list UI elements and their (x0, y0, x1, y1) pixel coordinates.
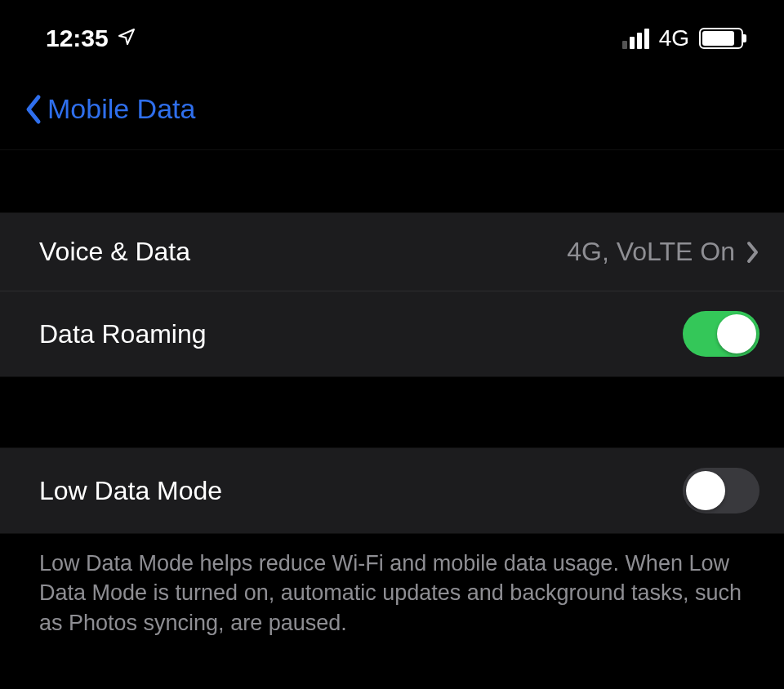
chevron-left-icon (23, 94, 42, 125)
low-data-mode-toggle[interactable] (683, 468, 760, 513)
section-gap (0, 376, 784, 448)
data-roaming-toggle[interactable] (683, 311, 760, 357)
signal-icon (622, 29, 649, 49)
section-gap (0, 149, 784, 213)
row-label: Voice & Data (39, 237, 190, 267)
row-label: Low Data Mode (39, 476, 222, 506)
settings-list-2: Low Data Mode (0, 448, 784, 533)
row-voice-data[interactable]: Voice & Data 4G, VoLTE On (0, 213, 784, 291)
back-label: Mobile Data (47, 93, 195, 125)
settings-list-1: Voice & Data 4G, VoLTE On Data Roaming (0, 213, 784, 376)
footer-description: Low Data Mode helps reduce Wi-Fi and mob… (0, 533, 784, 652)
chevron-right-icon (746, 241, 760, 264)
network-label: 4G (659, 25, 689, 51)
status-bar: 12:35 4G (0, 0, 784, 69)
location-icon (117, 24, 136, 52)
status-time: 12:35 (46, 24, 109, 52)
battery-icon (699, 28, 743, 49)
nav-bar: Mobile Data (0, 69, 784, 149)
row-value: 4G, VoLTE On (567, 237, 735, 267)
row-low-data-mode: Low Data Mode (0, 448, 784, 533)
row-data-roaming: Data Roaming (0, 291, 784, 376)
row-label: Data Roaming (39, 319, 207, 349)
back-button[interactable]: Mobile Data (23, 93, 195, 125)
